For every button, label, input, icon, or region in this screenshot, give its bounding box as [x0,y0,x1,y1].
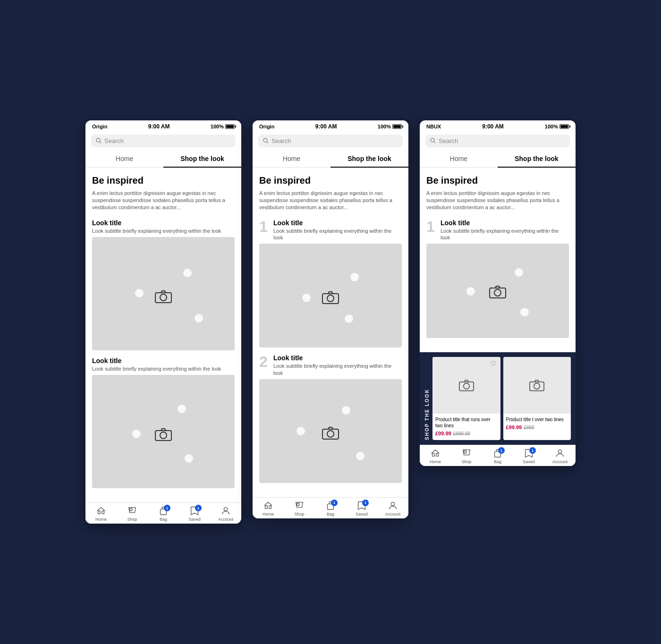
look-image-3-1[interactable] [426,244,569,338]
phone-frame-2: Origin 9:00 AM 100% Search Home Shop the… [253,120,408,518]
product-card-image-3-2 [503,357,571,414]
time-2: 9:00 AM [315,123,337,130]
bag-badge-3: 1 [498,447,505,454]
search-input-3[interactable]: Search [425,135,570,147]
section-title-1: Be inspired [92,175,235,186]
bottom-nav-saved-label-2: Saved [356,512,368,517]
tab-shop-the-look-2[interactable]: Shop the look [330,150,408,167]
price-sale-3-2: £99.99 [506,424,522,430]
bottom-nav-saved-label-1: Saved [188,517,201,522]
look-title-1-1: Look title [92,219,235,227]
bottom-nav-bag-2[interactable]: 1 Bag [315,500,346,517]
bottom-nav-saved-3[interactable]: 1 Saved [513,448,544,464]
product-price-row-3-1: £99.99 £999.99 [435,431,498,436]
saved-badge-1: 1 [195,505,202,511]
product-card-info-3-1: Product title that runs over two lines £… [432,414,500,440]
product-title-3-2: Product title t over two lines [506,416,568,423]
search-bar-2[interactable]: Search [253,132,408,150]
search-input-1[interactable]: Search [91,135,236,147]
bottom-nav-account-2[interactable]: Account [377,500,408,517]
nav-tabs-3: Home Shop the look [420,150,576,168]
shop-icon-1 [127,506,137,516]
look-image-1-2[interactable] [92,375,235,488]
svg-point-10 [224,508,227,511]
home-icon-1 [96,506,106,516]
dot-15 [520,308,529,316]
svg-line-23 [434,142,436,144]
bottom-nav-saved-2[interactable]: 1 Saved [346,500,377,517]
bottom-nav-saved-1[interactable]: 1 Saved [179,506,210,522]
svg-point-3 [160,294,167,301]
bottom-nav-2: Home Shop 1 Bag 1 Saved Account [253,497,408,518]
bottom-nav-bag-3[interactable]: 1 Bag [482,448,513,464]
look-image-2-2[interactable] [259,379,402,483]
account-icon-3 [555,448,565,458]
look-item-3-1: 1 Look title Look subtitle briefly expla… [426,219,569,339]
battery-pct-3: 100% [545,124,558,129]
svg-rect-18 [269,506,271,508]
tab-shop-the-look-3[interactable]: Shop the look [498,150,576,167]
bottom-nav-home-3[interactable]: Home [420,448,451,464]
bottom-nav-account-1[interactable]: Account [210,506,241,522]
look-subtitle-2-2: Look subtitle briefly explaining everyth… [273,363,402,376]
look-number-3-1: 1 [426,219,436,234]
tab-home-2[interactable]: Home [253,150,330,167]
look-subtitle-3-1: Look subtitle briefly explaining everyth… [441,228,569,241]
battery-area-1: 100% [211,124,235,129]
content-3: Be inspired A enim lectus porttitor dign… [420,168,576,353]
battery-area-3: 100% [545,124,569,129]
bottom-nav-shop-3[interactable]: Shop [451,448,482,464]
brand-1: Origin [92,124,107,129]
search-bar-3[interactable]: Search [420,132,576,150]
dark-section-3: SHOP THE LOOK ♡ Product title that runs … [420,352,576,445]
camera-icon-1-2 [155,428,172,443]
svg-line-12 [267,142,269,144]
look-title-3-1: Look title [441,219,569,227]
bottom-nav-bag-1[interactable]: 1 Bag [148,506,179,522]
camera-icon-1-1 [155,290,172,305]
battery-area-2: 100% [378,124,402,129]
dot-9 [345,314,353,323]
look-title-2-1: Look title [273,219,402,227]
look-text-2-2: Look title Look subtitle briefly explain… [273,354,402,376]
bottom-nav-account-3[interactable]: Account [544,448,576,464]
bottom-nav-bag-label-2: Bag [327,512,334,517]
look-image-2-1[interactable] [259,244,402,347]
bottom-nav-account-label-3: Account [552,459,568,464]
search-placeholder-1: Search [104,137,124,144]
heart-icon-3-1[interactable]: ♡ [491,360,497,367]
saved-badge-2: 1 [362,500,369,506]
content-2: Be inspired A enim lectus porttitor dign… [253,168,408,497]
home-icon-3 [430,448,441,458]
look-image-1-1[interactable] [92,237,235,350]
dot-14 [466,287,475,296]
look-item-2-1: 1 Look title Look subtitle briefly expla… [259,219,402,348]
product-card-3-1[interactable]: ♡ Product title that runs over two lines… [432,357,500,440]
tab-home-3[interactable]: Home [420,150,498,167]
svg-line-1 [100,142,102,144]
status-bar-3: NBUX 9:00 AM 100% [420,120,576,132]
search-input-2[interactable]: Search [258,135,403,147]
search-bar-1[interactable]: Search [85,132,241,150]
bottom-nav-saved-label-3: Saved [523,459,535,464]
svg-point-29 [534,383,540,389]
bottom-nav-1: Home Shop 1 Bag 1 Saved Account [85,502,241,524]
battery-icon-3 [559,124,569,129]
bottom-nav-shop-label-1: Shop [127,517,137,522]
bottom-nav-home-1[interactable]: Home [85,506,117,522]
svg-rect-6 [98,511,101,514]
svg-point-22 [431,138,434,142]
bottom-nav-home-2[interactable]: Home [253,500,284,517]
dot-4 [178,405,186,413]
svg-rect-31 [436,453,439,456]
bottom-nav-shop-1[interactable]: Shop [117,506,148,522]
tab-home-1[interactable]: Home [85,150,163,167]
bottom-nav-shop-2[interactable]: Shop [284,500,315,517]
product-price-row-3-2: £99.99 £999 [506,424,568,430]
product-camera-icon-3-2 [529,379,544,391]
look-title-1-2: Look title [92,357,235,364]
status-bar-1: Origin 9:00 AM 100% [85,120,241,132]
tab-shop-the-look-1[interactable]: Shop the look [163,150,241,167]
product-card-3-2[interactable]: Product title t over two lines £99.99 £9… [503,357,571,440]
svg-point-34 [558,450,561,453]
